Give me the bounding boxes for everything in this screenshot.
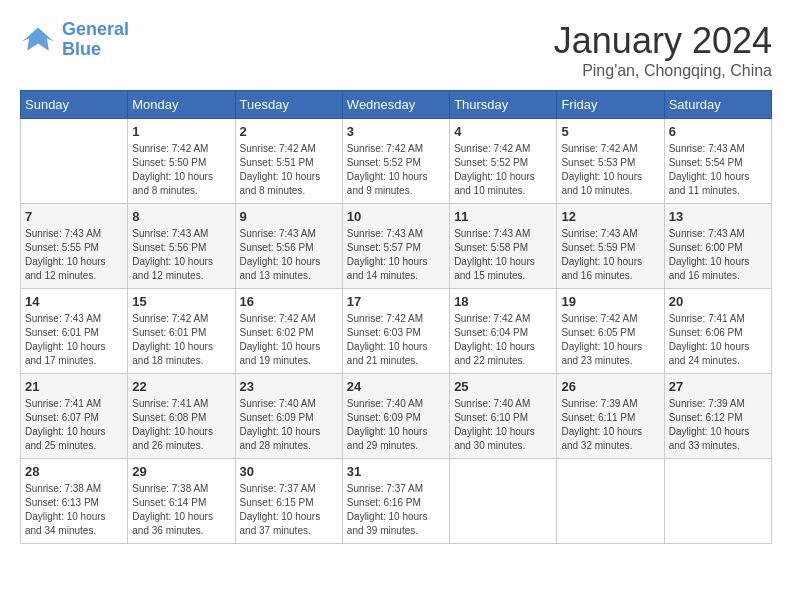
calendar-cell: 2Sunrise: 7:42 AM Sunset: 5:51 PM Daylig… xyxy=(235,119,342,204)
day-info: Sunrise: 7:39 AM Sunset: 6:11 PM Dayligh… xyxy=(561,397,659,453)
day-number: 22 xyxy=(132,379,230,394)
day-info: Sunrise: 7:42 AM Sunset: 5:52 PM Dayligh… xyxy=(454,142,552,198)
day-number: 23 xyxy=(240,379,338,394)
day-number: 2 xyxy=(240,124,338,139)
day-number: 4 xyxy=(454,124,552,139)
day-info: Sunrise: 7:42 AM Sunset: 6:03 PM Dayligh… xyxy=(347,312,445,368)
month-title: January 2024 xyxy=(554,20,772,62)
calendar-cell: 19Sunrise: 7:42 AM Sunset: 6:05 PM Dayli… xyxy=(557,289,664,374)
day-info: Sunrise: 7:42 AM Sunset: 6:02 PM Dayligh… xyxy=(240,312,338,368)
day-number: 28 xyxy=(25,464,123,479)
day-info: Sunrise: 7:41 AM Sunset: 6:07 PM Dayligh… xyxy=(25,397,123,453)
calendar-cell: 7Sunrise: 7:43 AM Sunset: 5:55 PM Daylig… xyxy=(21,204,128,289)
day-number: 1 xyxy=(132,124,230,139)
day-info: Sunrise: 7:42 AM Sunset: 5:52 PM Dayligh… xyxy=(347,142,445,198)
day-info: Sunrise: 7:42 AM Sunset: 6:05 PM Dayligh… xyxy=(561,312,659,368)
header: General Blue January 2024 Ping'an, Chong… xyxy=(20,20,772,80)
day-info: Sunrise: 7:42 AM Sunset: 6:01 PM Dayligh… xyxy=(132,312,230,368)
calendar-cell: 29Sunrise: 7:38 AM Sunset: 6:14 PM Dayli… xyxy=(128,459,235,544)
calendar-body: 1Sunrise: 7:42 AM Sunset: 5:50 PM Daylig… xyxy=(21,119,772,544)
day-number: 6 xyxy=(669,124,767,139)
calendar-cell: 13Sunrise: 7:43 AM Sunset: 6:00 PM Dayli… xyxy=(664,204,771,289)
calendar-week-row: 14Sunrise: 7:43 AM Sunset: 6:01 PM Dayli… xyxy=(21,289,772,374)
day-number: 24 xyxy=(347,379,445,394)
svg-marker-0 xyxy=(22,27,54,50)
day-info: Sunrise: 7:43 AM Sunset: 5:55 PM Dayligh… xyxy=(25,227,123,283)
weekday-header: Sunday xyxy=(21,91,128,119)
day-info: Sunrise: 7:43 AM Sunset: 5:56 PM Dayligh… xyxy=(240,227,338,283)
calendar-cell: 8Sunrise: 7:43 AM Sunset: 5:56 PM Daylig… xyxy=(128,204,235,289)
day-info: Sunrise: 7:43 AM Sunset: 5:58 PM Dayligh… xyxy=(454,227,552,283)
calendar-week-row: 21Sunrise: 7:41 AM Sunset: 6:07 PM Dayli… xyxy=(21,374,772,459)
calendar-cell: 1Sunrise: 7:42 AM Sunset: 5:50 PM Daylig… xyxy=(128,119,235,204)
day-number: 18 xyxy=(454,294,552,309)
calendar-cell: 11Sunrise: 7:43 AM Sunset: 5:58 PM Dayli… xyxy=(450,204,557,289)
day-number: 14 xyxy=(25,294,123,309)
calendar-cell: 5Sunrise: 7:42 AM Sunset: 5:53 PM Daylig… xyxy=(557,119,664,204)
calendar-week-row: 1Sunrise: 7:42 AM Sunset: 5:50 PM Daylig… xyxy=(21,119,772,204)
day-info: Sunrise: 7:42 AM Sunset: 5:53 PM Dayligh… xyxy=(561,142,659,198)
day-number: 3 xyxy=(347,124,445,139)
calendar-cell: 4Sunrise: 7:42 AM Sunset: 5:52 PM Daylig… xyxy=(450,119,557,204)
day-info: Sunrise: 7:43 AM Sunset: 5:57 PM Dayligh… xyxy=(347,227,445,283)
day-info: Sunrise: 7:38 AM Sunset: 6:14 PM Dayligh… xyxy=(132,482,230,538)
day-number: 16 xyxy=(240,294,338,309)
calendar-week-row: 7Sunrise: 7:43 AM Sunset: 5:55 PM Daylig… xyxy=(21,204,772,289)
calendar-cell: 23Sunrise: 7:40 AM Sunset: 6:09 PM Dayli… xyxy=(235,374,342,459)
day-number: 30 xyxy=(240,464,338,479)
calendar-cell: 18Sunrise: 7:42 AM Sunset: 6:04 PM Dayli… xyxy=(450,289,557,374)
calendar-cell: 30Sunrise: 7:37 AM Sunset: 6:15 PM Dayli… xyxy=(235,459,342,544)
title-area: January 2024 Ping'an, Chongqing, China xyxy=(554,20,772,80)
location-subtitle: Ping'an, Chongqing, China xyxy=(554,62,772,80)
day-number: 25 xyxy=(454,379,552,394)
day-info: Sunrise: 7:43 AM Sunset: 6:01 PM Dayligh… xyxy=(25,312,123,368)
calendar-cell xyxy=(450,459,557,544)
day-number: 20 xyxy=(669,294,767,309)
day-info: Sunrise: 7:40 AM Sunset: 6:10 PM Dayligh… xyxy=(454,397,552,453)
day-number: 11 xyxy=(454,209,552,224)
calendar-cell: 16Sunrise: 7:42 AM Sunset: 6:02 PM Dayli… xyxy=(235,289,342,374)
calendar-cell: 6Sunrise: 7:43 AM Sunset: 5:54 PM Daylig… xyxy=(664,119,771,204)
day-number: 12 xyxy=(561,209,659,224)
day-info: Sunrise: 7:42 AM Sunset: 5:50 PM Dayligh… xyxy=(132,142,230,198)
day-info: Sunrise: 7:43 AM Sunset: 5:56 PM Dayligh… xyxy=(132,227,230,283)
day-number: 5 xyxy=(561,124,659,139)
day-info: Sunrise: 7:38 AM Sunset: 6:13 PM Dayligh… xyxy=(25,482,123,538)
day-info: Sunrise: 7:40 AM Sunset: 6:09 PM Dayligh… xyxy=(240,397,338,453)
calendar-cell: 14Sunrise: 7:43 AM Sunset: 6:01 PM Dayli… xyxy=(21,289,128,374)
calendar-cell: 22Sunrise: 7:41 AM Sunset: 6:08 PM Dayli… xyxy=(128,374,235,459)
weekday-header: Saturday xyxy=(664,91,771,119)
day-number: 17 xyxy=(347,294,445,309)
day-number: 19 xyxy=(561,294,659,309)
calendar-cell: 9Sunrise: 7:43 AM Sunset: 5:56 PM Daylig… xyxy=(235,204,342,289)
weekday-header: Tuesday xyxy=(235,91,342,119)
calendar-cell: 20Sunrise: 7:41 AM Sunset: 6:06 PM Dayli… xyxy=(664,289,771,374)
logo-text: General Blue xyxy=(62,20,129,60)
day-info: Sunrise: 7:37 AM Sunset: 6:15 PM Dayligh… xyxy=(240,482,338,538)
day-info: Sunrise: 7:42 AM Sunset: 6:04 PM Dayligh… xyxy=(454,312,552,368)
day-number: 7 xyxy=(25,209,123,224)
day-info: Sunrise: 7:40 AM Sunset: 6:09 PM Dayligh… xyxy=(347,397,445,453)
calendar-cell: 3Sunrise: 7:42 AM Sunset: 5:52 PM Daylig… xyxy=(342,119,449,204)
day-number: 29 xyxy=(132,464,230,479)
calendar-cell: 26Sunrise: 7:39 AM Sunset: 6:11 PM Dayli… xyxy=(557,374,664,459)
calendar-week-row: 28Sunrise: 7:38 AM Sunset: 6:13 PM Dayli… xyxy=(21,459,772,544)
day-info: Sunrise: 7:41 AM Sunset: 6:06 PM Dayligh… xyxy=(669,312,767,368)
calendar-cell: 10Sunrise: 7:43 AM Sunset: 5:57 PM Dayli… xyxy=(342,204,449,289)
calendar-cell: 24Sunrise: 7:40 AM Sunset: 6:09 PM Dayli… xyxy=(342,374,449,459)
day-number: 10 xyxy=(347,209,445,224)
calendar-cell: 31Sunrise: 7:37 AM Sunset: 6:16 PM Dayli… xyxy=(342,459,449,544)
day-number: 26 xyxy=(561,379,659,394)
calendar-cell: 21Sunrise: 7:41 AM Sunset: 6:07 PM Dayli… xyxy=(21,374,128,459)
weekday-header: Wednesday xyxy=(342,91,449,119)
day-info: Sunrise: 7:43 AM Sunset: 5:59 PM Dayligh… xyxy=(561,227,659,283)
day-number: 27 xyxy=(669,379,767,394)
day-info: Sunrise: 7:43 AM Sunset: 5:54 PM Dayligh… xyxy=(669,142,767,198)
day-info: Sunrise: 7:37 AM Sunset: 6:16 PM Dayligh… xyxy=(347,482,445,538)
calendar-cell: 17Sunrise: 7:42 AM Sunset: 6:03 PM Dayli… xyxy=(342,289,449,374)
day-number: 13 xyxy=(669,209,767,224)
calendar-cell: 12Sunrise: 7:43 AM Sunset: 5:59 PM Dayli… xyxy=(557,204,664,289)
logo: General Blue xyxy=(20,20,129,60)
day-number: 9 xyxy=(240,209,338,224)
calendar-cell xyxy=(664,459,771,544)
